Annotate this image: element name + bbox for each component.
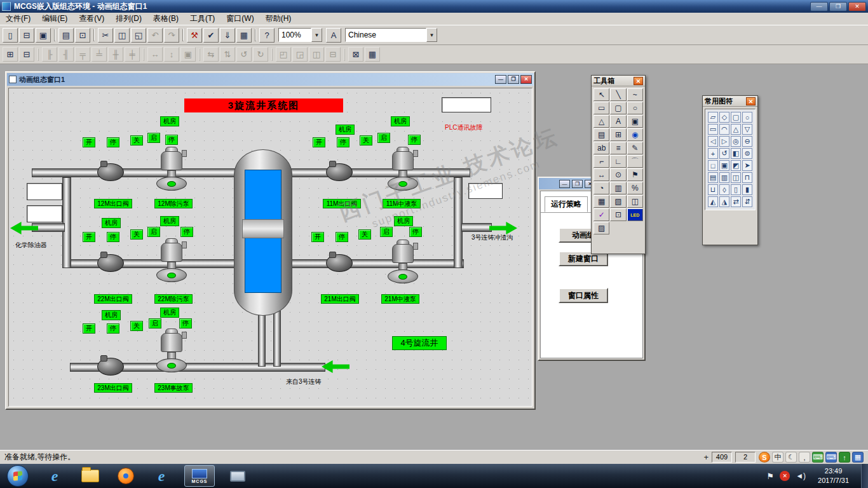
symbol-item[interactable]: ⊜	[742, 148, 752, 159]
send-back-icon[interactable]: ◲	[292, 47, 308, 62]
room-label[interactable]: 机房	[160, 216, 179, 226]
open-icon[interactable]: ⊟	[19, 28, 34, 43]
symbol-item[interactable]: ▤	[708, 172, 718, 183]
pipe[interactable]	[291, 259, 464, 268]
cyclone-well-tank[interactable]	[234, 149, 292, 316]
symbol-item[interactable]: ▽	[742, 124, 752, 135]
flow-meter[interactable]	[97, 358, 124, 376]
equipment-label[interactable]: 22M除污泵	[154, 294, 193, 304]
tool-combo-box[interactable]: ≡	[610, 142, 626, 154]
language-select[interactable]: Chinese ▼	[345, 28, 437, 42]
flow-meter[interactable]	[326, 163, 353, 181]
room-label[interactable]: 机房	[102, 310, 121, 320]
flip-horizontal-icon[interactable]: ⇆	[203, 47, 219, 62]
symbol-item[interactable]: ▭	[708, 124, 718, 135]
control-button[interactable]: 启	[380, 227, 393, 237]
menu-item[interactable]: 排列(D)	[110, 12, 147, 25]
print-icon[interactable]: ▤	[58, 28, 74, 43]
child-minimize-button[interactable]: —	[495, 75, 506, 84]
symbol-item[interactable]: ▷	[719, 136, 729, 147]
rotate-left-icon[interactable]: ↺	[236, 47, 252, 62]
control-button[interactable]: 开	[313, 137, 325, 147]
rotate-right-icon[interactable]: ↻	[253, 47, 268, 62]
pipe[interactable]	[273, 311, 281, 367]
symbol-item[interactable]: ⊖	[742, 136, 752, 147]
child-close-button[interactable]: ✕	[520, 75, 532, 84]
align-bottom-icon[interactable]: ╧	[92, 47, 107, 62]
system-monitor-icon[interactable]: ▦	[852, 452, 864, 463]
maximize-button[interactable]: ❐	[829, 2, 847, 11]
equipment-label[interactable]: 23M出口阀	[94, 383, 132, 393]
window-properties-button[interactable]: 窗口属性	[559, 288, 608, 303]
symbols-close-button[interactable]: ✕	[746, 97, 756, 105]
print-preview-icon[interactable]: ⊡	[75, 28, 90, 43]
tool-curve[interactable]: ~	[627, 88, 643, 101]
close-button[interactable]: ✕	[848, 2, 866, 11]
workbench-minimize-button[interactable]: —	[559, 180, 570, 188]
speaker-icon[interactable]: ◄)	[796, 471, 806, 480]
indicator-box[interactable]	[468, 183, 503, 199]
control-button[interactable]: 启	[149, 318, 161, 329]
symbol-item[interactable]: ◁	[708, 136, 718, 147]
control-button[interactable]: 关	[358, 229, 371, 240]
tool-bitmap[interactable]: ▣	[627, 115, 643, 128]
center-horizontal-icon[interactable]: ╫	[108, 47, 123, 62]
ungroup-icon[interactable]: ⊟	[325, 47, 341, 62]
align-top-icon[interactable]: ╤	[75, 47, 90, 62]
pipe[interactable]	[62, 259, 235, 268]
new-icon[interactable]: ▯	[3, 28, 18, 43]
tool-animation[interactable]: ▤	[593, 128, 609, 141]
equipment-label[interactable]: 12M出口阀	[94, 199, 132, 208]
tool-rounded-rectangle[interactable]: ▢	[610, 102, 626, 114]
diagram-text[interactable]: 3号连铸冲渣沟	[471, 233, 513, 242]
toolbox-icon[interactable]: ⚒	[187, 28, 202, 43]
menu-item[interactable]: 查看(V)	[73, 12, 110, 25]
control-button[interactable]: 停	[107, 137, 119, 147]
control-button[interactable]: 启	[147, 227, 160, 237]
control-button[interactable]: 停	[165, 135, 178, 145]
control-button[interactable]: 开	[83, 323, 95, 334]
symbol-item[interactable]: +	[708, 148, 718, 159]
soft-keyboard-icon[interactable]: ⌨	[825, 452, 837, 463]
symbol-item[interactable]: ▮	[742, 184, 752, 195]
symbol-item[interactable]: ◫	[731, 172, 741, 183]
save-icon[interactable]: ▣	[36, 28, 51, 43]
pump[interactable]	[156, 147, 187, 194]
symbol-item[interactable]: ▱	[708, 112, 718, 123]
control-button[interactable]: 关	[130, 135, 143, 146]
menu-item[interactable]: 编辑(E)	[36, 12, 73, 25]
region-icon[interactable]: ⊟	[19, 47, 34, 62]
flow-arrow[interactable]	[322, 360, 349, 373]
copy-icon[interactable]: ◫	[114, 28, 130, 43]
room-label[interactable]: 机房	[336, 125, 355, 135]
equipment-label[interactable]: 21M中液泵	[381, 294, 419, 304]
indicator-box[interactable]	[27, 205, 62, 222]
flow-meter[interactable]	[326, 254, 353, 272]
pipe[interactable]	[32, 168, 235, 177]
control-button[interactable]: 停	[409, 227, 422, 237]
show-desktop-button[interactable]	[861, 464, 868, 488]
pump[interactable]	[156, 329, 187, 376]
symbol-item[interactable]: ◇	[719, 112, 729, 123]
symbol-item[interactable]: ◭	[708, 196, 718, 207]
tool-rectangle[interactable]: ▭	[593, 102, 609, 114]
config-check-icon[interactable]: ✔	[203, 28, 219, 43]
redo-icon[interactable]: ↷	[164, 28, 179, 43]
pipe[interactable]	[258, 311, 266, 367]
equipment-label[interactable]: 11M中液泵	[383, 199, 421, 208]
symbol-item[interactable]: ▥	[719, 172, 729, 183]
grid-icon[interactable]: ▦	[236, 28, 252, 43]
symbol-item[interactable]: ▢	[731, 112, 741, 123]
room-label[interactable]: 机房	[391, 116, 410, 126]
start-button[interactable]	[7, 465, 29, 487]
symbol-item[interactable]: ➤	[742, 160, 752, 171]
toolbox-title-bar[interactable]: 工具箱 ✕	[592, 76, 645, 86]
group-icon[interactable]: ◫	[309, 47, 324, 62]
cut-icon[interactable]: ✂	[98, 28, 113, 43]
plc-alarm-text[interactable]: PLC通讯故障	[445, 123, 482, 132]
menu-item[interactable]: 表格(B)	[147, 12, 184, 25]
same-width-icon[interactable]: ↔	[147, 47, 163, 62]
tool-elbow[interactable]: ∟	[610, 155, 626, 168]
workbench-maximize-button[interactable]: ❐	[572, 180, 583, 188]
menu-item[interactable]: 文件(F)	[0, 12, 36, 25]
